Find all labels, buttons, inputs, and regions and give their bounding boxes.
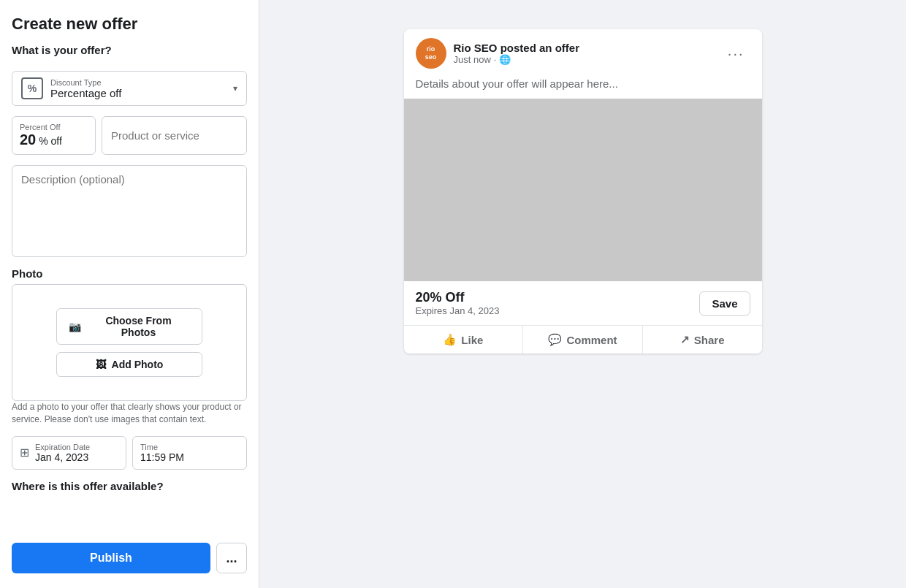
percent-off-label: Percent Off: [20, 123, 88, 131]
photo-section: Photo 📷 Choose From Photos 🖼 Add Photo A…: [12, 267, 247, 426]
fb-like-button[interactable]: 👍 Like: [404, 326, 524, 354]
discount-type-dropdown[interactable]: % Discount Type Percentage off ▾: [12, 71, 247, 106]
photo-label: Photo: [12, 267, 247, 280]
photo-hint: Add a photo to your offer that clearly s…: [12, 401, 247, 426]
expiry-value: Jan 4, 2023: [35, 451, 90, 463]
what-label: What is your offer?: [12, 44, 247, 56]
more-options-button[interactable]: ...: [216, 543, 247, 573]
chevron-down-icon: ▾: [233, 83, 237, 93]
expiry-label: Expiration Date: [35, 443, 90, 451]
share-label: Share: [694, 334, 725, 346]
percent-off-value-row: 20 % off: [20, 131, 88, 148]
fb-offer-title: 20% Off: [416, 290, 500, 305]
like-icon: 👍: [443, 333, 457, 346]
avatar: rioseo: [416, 38, 446, 69]
percent-off-unit: % off: [39, 135, 62, 147]
time-value: 11:59 PM: [140, 451, 239, 463]
product-service-input[interactable]: [111, 129, 237, 142]
facebook-preview-card: rioseo Rio SEO posted an offer Just now …: [404, 29, 762, 354]
fb-share-button[interactable]: ↗ Share: [643, 326, 762, 354]
what-is-offer-section: What is your offer?: [12, 44, 247, 61]
fb-meta: Rio SEO posted an offer Just now · 🌐: [454, 42, 715, 65]
globe-icon: 🌐: [499, 54, 511, 65]
share-icon: ↗: [680, 333, 690, 346]
add-photo-label: Add Photo: [112, 359, 164, 370]
discount-type-value: Percentage off: [50, 87, 226, 99]
description-box[interactable]: [12, 165, 247, 257]
fb-more-button[interactable]: ···: [722, 42, 750, 65]
fb-offer-bar: 20% Off Expires Jan 4, 2023 Save: [404, 281, 762, 325]
percent-off-number: 20: [20, 131, 36, 148]
camera-icon: 📷: [69, 321, 81, 332]
calendar-icon: ⊞: [20, 446, 29, 459]
fb-save-button[interactable]: Save: [699, 291, 750, 316]
left-panel: Create new offer What is your offer? % D…: [0, 0, 259, 588]
fb-card-header: rioseo Rio SEO posted an offer Just now …: [404, 29, 762, 77]
fb-image-placeholder: [404, 99, 762, 281]
publish-button[interactable]: Publish: [12, 543, 210, 573]
comment-icon: 💬: [548, 333, 562, 346]
percent-off-box[interactable]: Percent Off 20 % off: [12, 116, 96, 155]
fb-offer-info: 20% Off Expires Jan 4, 2023: [416, 290, 500, 316]
where-label: Where is this offer available?: [12, 480, 247, 492]
fb-dot: ·: [494, 54, 497, 65]
right-panel: rioseo Rio SEO posted an offer Just now …: [259, 0, 906, 588]
expiry-row: ⊞ Expiration Date Jan 4, 2023 Time 11:59…: [12, 436, 247, 470]
product-service-box[interactable]: [102, 116, 247, 155]
offer-fields-row: Percent Off 20 % off: [12, 116, 247, 155]
expiry-box[interactable]: ⊞ Expiration Date Jan 4, 2023: [12, 436, 126, 470]
like-label: Like: [461, 334, 483, 346]
avatar-text: rioseo: [425, 45, 437, 61]
add-photo-icon: 🖼: [96, 359, 106, 370]
fb-author-name: Rio SEO posted an offer: [454, 42, 715, 54]
discount-type-label: Discount Type: [50, 78, 226, 87]
time-box[interactable]: Time 11:59 PM: [132, 436, 247, 470]
choose-photos-label: Choose From Photos: [87, 315, 190, 338]
description-textarea[interactable]: [21, 173, 237, 246]
comment-label: Comment: [566, 334, 617, 346]
add-photo-button[interactable]: 🖼 Add Photo: [56, 352, 202, 377]
fb-actions: 👍 Like 💬 Comment ↗ Share: [404, 325, 762, 354]
photo-upload-box: 📷 Choose From Photos 🖼 Add Photo: [12, 284, 247, 401]
percent-icon: %: [21, 77, 43, 99]
fb-time: Just now · 🌐: [454, 54, 715, 65]
expiry-inner: Expiration Date Jan 4, 2023: [35, 443, 90, 463]
fb-time-text: Just now: [454, 54, 491, 65]
page-title: Create new offer: [12, 15, 247, 34]
publish-row: Publish ...: [12, 537, 247, 573]
discount-type-text: Discount Type Percentage off: [50, 78, 226, 99]
fb-comment-button[interactable]: 💬 Comment: [523, 326, 643, 354]
choose-from-photos-button[interactable]: 📷 Choose From Photos: [56, 308, 202, 345]
fb-offer-expires: Expires Jan 4, 2023: [416, 305, 500, 316]
fb-post-text: Details about your offer will appear her…: [404, 77, 762, 99]
time-label: Time: [140, 443, 239, 451]
